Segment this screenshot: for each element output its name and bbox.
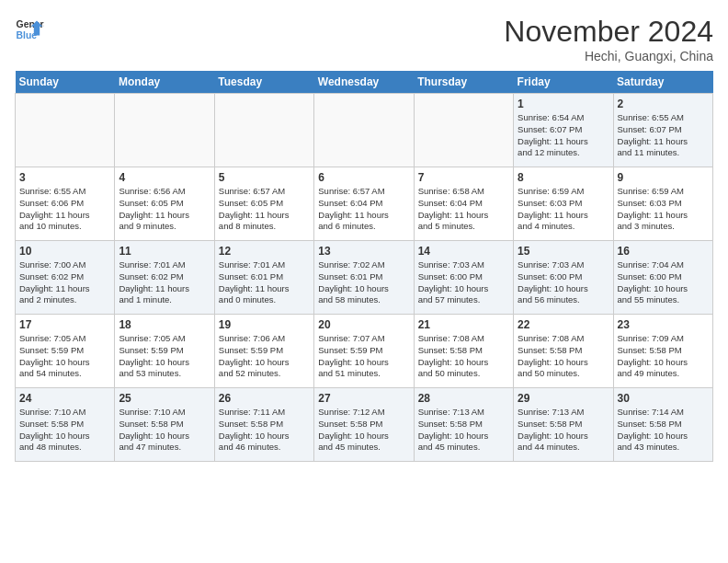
calendar-week-2: 3Sunrise: 6:55 AM Sunset: 6:06 PM Daylig… <box>16 167 713 241</box>
calendar-cell <box>314 94 414 167</box>
day-number: 8 <box>518 171 609 184</box>
calendar-table: SundayMondayTuesdayWednesdayThursdayFrid… <box>15 71 713 462</box>
day-number: 21 <box>418 318 509 331</box>
calendar-cell: 29Sunrise: 7:13 AM Sunset: 5:58 PM Dayli… <box>514 388 613 462</box>
calendar-cell: 19Sunrise: 7:06 AM Sunset: 5:59 PM Dayli… <box>214 315 313 388</box>
day-info: Sunrise: 6:56 AM Sunset: 6:05 PM Dayligh… <box>119 186 210 233</box>
day-info: Sunrise: 6:59 AM Sunset: 6:03 PM Dayligh… <box>618 186 709 233</box>
calendar-cell: 24Sunrise: 7:10 AM Sunset: 5:58 PM Dayli… <box>16 388 115 462</box>
day-number: 26 <box>219 392 310 405</box>
day-number: 6 <box>318 171 409 184</box>
day-number: 11 <box>119 245 210 258</box>
day-info: Sunrise: 6:57 AM Sunset: 6:04 PM Dayligh… <box>318 186 409 233</box>
day-number: 10 <box>19 245 110 258</box>
calendar-cell: 23Sunrise: 7:09 AM Sunset: 5:58 PM Dayli… <box>613 315 712 388</box>
day-info: Sunrise: 7:03 AM Sunset: 6:00 PM Dayligh… <box>418 259 509 306</box>
day-info: Sunrise: 6:58 AM Sunset: 6:04 PM Dayligh… <box>418 186 509 233</box>
day-info: Sunrise: 7:13 AM Sunset: 5:58 PM Dayligh… <box>518 407 609 454</box>
weekday-header-wednesday: Wednesday <box>314 71 414 94</box>
weekday-header-saturday: Saturday <box>613 71 712 94</box>
calendar-cell: 20Sunrise: 7:07 AM Sunset: 5:59 PM Dayli… <box>314 315 414 388</box>
weekday-header-thursday: Thursday <box>414 71 513 94</box>
day-number: 30 <box>618 392 709 405</box>
day-number: 14 <box>418 245 509 258</box>
calendar-week-5: 24Sunrise: 7:10 AM Sunset: 5:58 PM Dayli… <box>16 388 713 462</box>
logo: General Blue <box>15 15 44 44</box>
location: Hechi, Guangxi, China <box>504 49 713 63</box>
day-info: Sunrise: 7:01 AM Sunset: 6:02 PM Dayligh… <box>119 259 210 306</box>
calendar-cell <box>414 94 513 167</box>
month-title: November 2024 <box>504 15 713 49</box>
calendar-cell <box>16 94 115 167</box>
day-info: Sunrise: 7:11 AM Sunset: 5:58 PM Dayligh… <box>219 407 310 454</box>
day-info: Sunrise: 7:00 AM Sunset: 6:02 PM Dayligh… <box>19 259 110 306</box>
day-number: 19 <box>219 318 310 331</box>
calendar-cell: 4Sunrise: 6:56 AM Sunset: 6:05 PM Daylig… <box>115 167 214 241</box>
calendar-cell: 10Sunrise: 7:00 AM Sunset: 6:02 PM Dayli… <box>16 241 115 315</box>
day-number: 23 <box>618 318 709 331</box>
day-info: Sunrise: 6:57 AM Sunset: 6:05 PM Dayligh… <box>219 186 310 233</box>
logo-icon: General Blue <box>15 15 44 44</box>
calendar-cell <box>115 94 214 167</box>
calendar-cell: 2Sunrise: 6:55 AM Sunset: 6:07 PM Daylig… <box>613 94 712 167</box>
day-info: Sunrise: 6:54 AM Sunset: 6:07 PM Dayligh… <box>518 112 609 159</box>
weekday-header-monday: Monday <box>115 71 214 94</box>
day-info: Sunrise: 7:13 AM Sunset: 5:58 PM Dayligh… <box>418 407 509 454</box>
day-info: Sunrise: 7:01 AM Sunset: 6:01 PM Dayligh… <box>219 259 310 306</box>
calendar-cell: 14Sunrise: 7:03 AM Sunset: 6:00 PM Dayli… <box>414 241 513 315</box>
calendar-cell: 13Sunrise: 7:02 AM Sunset: 6:01 PM Dayli… <box>314 241 414 315</box>
calendar-cell: 26Sunrise: 7:11 AM Sunset: 5:58 PM Dayli… <box>214 388 313 462</box>
calendar-cell: 8Sunrise: 6:59 AM Sunset: 6:03 PM Daylig… <box>514 167 613 241</box>
day-info: Sunrise: 7:08 AM Sunset: 5:58 PM Dayligh… <box>518 333 609 380</box>
calendar-cell: 3Sunrise: 6:55 AM Sunset: 6:06 PM Daylig… <box>16 167 115 241</box>
day-info: Sunrise: 7:03 AM Sunset: 6:00 PM Dayligh… <box>518 259 609 306</box>
day-number: 5 <box>219 171 310 184</box>
day-number: 2 <box>618 98 709 110</box>
calendar-cell: 1Sunrise: 6:54 AM Sunset: 6:07 PM Daylig… <box>514 94 613 167</box>
calendar-cell: 9Sunrise: 6:59 AM Sunset: 6:03 PM Daylig… <box>613 167 712 241</box>
title-block: November 2024 Hechi, Guangxi, China <box>504 15 713 63</box>
day-number: 4 <box>119 171 210 184</box>
day-number: 15 <box>518 245 609 258</box>
calendar-cell: 7Sunrise: 6:58 AM Sunset: 6:04 PM Daylig… <box>414 167 513 241</box>
calendar-cell: 21Sunrise: 7:08 AM Sunset: 5:58 PM Dayli… <box>414 315 513 388</box>
day-number: 12 <box>219 245 310 258</box>
calendar-cell: 18Sunrise: 7:05 AM Sunset: 5:59 PM Dayli… <box>115 315 214 388</box>
weekday-header-tuesday: Tuesday <box>214 71 313 94</box>
calendar-week-3: 10Sunrise: 7:00 AM Sunset: 6:02 PM Dayli… <box>16 241 713 315</box>
day-info: Sunrise: 7:12 AM Sunset: 5:58 PM Dayligh… <box>318 407 409 454</box>
day-info: Sunrise: 7:05 AM Sunset: 5:59 PM Dayligh… <box>119 333 210 380</box>
calendar-cell <box>214 94 313 167</box>
day-info: Sunrise: 7:07 AM Sunset: 5:59 PM Dayligh… <box>318 333 409 380</box>
day-number: 13 <box>318 245 409 258</box>
calendar-cell: 17Sunrise: 7:05 AM Sunset: 5:59 PM Dayli… <box>16 315 115 388</box>
page-header: General Blue November 2024 Hechi, Guangx… <box>15 15 713 63</box>
calendar-cell: 6Sunrise: 6:57 AM Sunset: 6:04 PM Daylig… <box>314 167 414 241</box>
day-info: Sunrise: 6:59 AM Sunset: 6:03 PM Dayligh… <box>518 186 609 233</box>
calendar-cell: 28Sunrise: 7:13 AM Sunset: 5:58 PM Dayli… <box>414 388 513 462</box>
calendar-cell: 15Sunrise: 7:03 AM Sunset: 6:00 PM Dayli… <box>514 241 613 315</box>
calendar-cell: 16Sunrise: 7:04 AM Sunset: 6:00 PM Dayli… <box>613 241 712 315</box>
day-number: 18 <box>119 318 210 331</box>
calendar-cell: 27Sunrise: 7:12 AM Sunset: 5:58 PM Dayli… <box>314 388 414 462</box>
day-number: 22 <box>518 318 609 331</box>
calendar-cell: 22Sunrise: 7:08 AM Sunset: 5:58 PM Dayli… <box>514 315 613 388</box>
day-info: Sunrise: 7:05 AM Sunset: 5:59 PM Dayligh… <box>19 333 110 380</box>
day-info: Sunrise: 7:06 AM Sunset: 5:59 PM Dayligh… <box>219 333 310 380</box>
day-number: 25 <box>119 392 210 405</box>
day-info: Sunrise: 7:14 AM Sunset: 5:58 PM Dayligh… <box>618 407 709 454</box>
day-info: Sunrise: 7:10 AM Sunset: 5:58 PM Dayligh… <box>19 407 110 454</box>
day-number: 9 <box>618 171 709 184</box>
day-info: Sunrise: 7:09 AM Sunset: 5:58 PM Dayligh… <box>618 333 709 380</box>
calendar-cell: 12Sunrise: 7:01 AM Sunset: 6:01 PM Dayli… <box>214 241 313 315</box>
day-number: 16 <box>618 245 709 258</box>
day-number: 24 <box>19 392 110 405</box>
day-number: 1 <box>518 98 609 110</box>
day-number: 27 <box>318 392 409 405</box>
calendar-cell: 25Sunrise: 7:10 AM Sunset: 5:58 PM Dayli… <box>115 388 214 462</box>
day-number: 29 <box>518 392 609 405</box>
day-info: Sunrise: 7:08 AM Sunset: 5:58 PM Dayligh… <box>418 333 509 380</box>
day-info: Sunrise: 7:04 AM Sunset: 6:00 PM Dayligh… <box>618 259 709 306</box>
weekday-header-friday: Friday <box>514 71 613 94</box>
calendar-week-1: 1Sunrise: 6:54 AM Sunset: 6:07 PM Daylig… <box>16 94 713 167</box>
